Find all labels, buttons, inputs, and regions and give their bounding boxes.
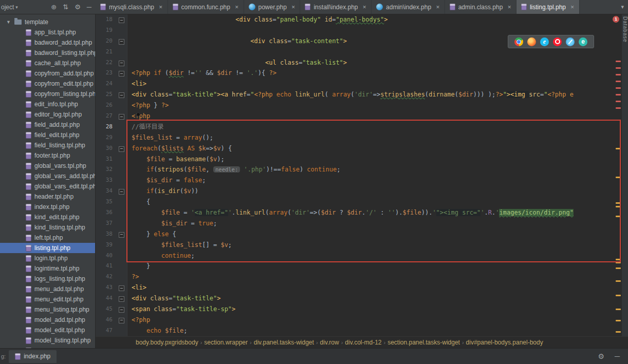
settings-gear-icon[interactable]: ⚙ xyxy=(75,0,81,14)
hide-panel-icon[interactable]: ─ xyxy=(87,0,91,14)
code-line[interactable] xyxy=(127,25,615,36)
tab-close-icon[interactable]: ✕ xyxy=(507,5,511,10)
tree-item[interactable]: global_vars_add.tpl.php xyxy=(0,171,95,181)
tab-close-icon[interactable]: ✕ xyxy=(235,5,239,10)
code-line[interactable]: <?php if ($dir !='' && $dir != '.'){ ?> xyxy=(127,68,615,79)
code-line[interactable]: continue; xyxy=(127,251,615,261)
tree-item[interactable]: model_listing.tpl.php xyxy=(0,335,95,346)
tab-close-icon[interactable]: ✕ xyxy=(291,5,295,10)
code-line[interactable]: //循环目录 xyxy=(127,122,615,132)
breadcrumb-item[interactable]: div.panel.tasks-widget xyxy=(252,339,316,346)
fold-marker[interactable] xyxy=(116,111,127,122)
edge-icon[interactable] xyxy=(579,37,587,46)
tree-item[interactable]: field_add.tpl.php xyxy=(0,120,95,130)
safari-icon[interactable] xyxy=(566,37,575,46)
tree-item[interactable]: global_vars_edit.tpl.php xyxy=(0,181,95,191)
fold-marker[interactable] xyxy=(116,68,127,79)
breadcrumb-item[interactable]: section.panel.tasks-widget xyxy=(385,339,462,346)
fold-marker[interactable] xyxy=(116,143,127,154)
tab-list-dropdown-icon[interactable]: ▾ xyxy=(617,0,628,14)
code-line[interactable]: if(stripos($file, needle: '.php')!==fals… xyxy=(127,164,615,175)
editor-tab[interactable]: power.php✕ xyxy=(244,0,301,14)
code-line[interactable]: echo $file; xyxy=(127,325,615,336)
tree-item[interactable]: menu_add.tpl.php xyxy=(0,284,95,294)
tree-item[interactable]: login.tpl.php xyxy=(0,253,95,263)
tree-item[interactable]: kind_edit.tpl.php xyxy=(0,212,95,222)
code-line[interactable]: <div class="panel-body" id="panel-bodys"… xyxy=(127,14,615,25)
statusbar-gear-icon[interactable]: ⚙ xyxy=(598,352,605,360)
tree-item[interactable]: editor_log.tpl.php xyxy=(0,109,95,120)
editor-tab[interactable]: common.func.php✕ xyxy=(168,0,244,14)
code-line[interactable]: $is_dir = true; xyxy=(127,218,615,229)
tree-item[interactable]: header.tpl.php xyxy=(0,191,95,202)
editor-tab[interactable]: mysqli.class.php✕ xyxy=(96,0,168,14)
fold-marker[interactable] xyxy=(116,58,127,68)
expand-arrow-icon[interactable]: ▼ xyxy=(6,20,11,25)
opera-icon[interactable] xyxy=(553,37,562,46)
tree-item[interactable]: logs_listing.tpl.php xyxy=(0,274,95,284)
code-line[interactable]: <span class="task-title-sp"> xyxy=(127,304,615,315)
tree-item[interactable]: edit_info.tpl.php xyxy=(0,99,95,109)
tree-item[interactable]: global_vars.tpl.php xyxy=(0,161,95,171)
tree-item[interactable]: logintime.tpl.php xyxy=(0,263,95,274)
tree-item[interactable]: badword_listing.tpl.php xyxy=(0,48,95,58)
project-selector[interactable]: oject ▾ xyxy=(1,4,18,11)
breadcrumb-item[interactable]: div.row xyxy=(318,339,341,346)
code-line[interactable]: $is_dir = false; xyxy=(127,175,615,186)
tab-close-icon[interactable]: ✕ xyxy=(363,5,367,10)
code-line[interactable]: $file = basename($v); xyxy=(127,154,615,165)
tree-item[interactable]: left.tpl.php xyxy=(0,233,95,243)
editor-tab[interactable]: install\index.php✕ xyxy=(300,0,372,14)
chrome-icon[interactable] xyxy=(514,37,523,46)
editor-tab[interactable]: admin.class.php✕ xyxy=(445,0,516,14)
ie-icon[interactable] xyxy=(540,37,549,46)
code-line[interactable]: } xyxy=(127,261,615,272)
fold-marker[interactable] xyxy=(116,89,127,100)
code-line[interactable]: $files_list = array(); xyxy=(127,132,615,143)
code-line[interactable]: if(is_dir($v)) xyxy=(127,186,615,197)
tree-item[interactable]: cache_all.tpl.php xyxy=(0,58,95,68)
code-line[interactable]: <?php } ?> xyxy=(127,100,615,111)
tree-item[interactable]: field_listing.tpl.php xyxy=(0,140,95,150)
breadcrumb-item[interactable]: body.body.pxgridsbody xyxy=(134,339,200,346)
statusbar-tab-index-php[interactable]: index.php xyxy=(9,350,57,363)
tree-item[interactable]: listing.tpl.php xyxy=(0,243,95,253)
fold-marker[interactable] xyxy=(116,186,127,197)
filter-icon[interactable]: ⇅ xyxy=(63,0,68,14)
code-line[interactable]: <ul class="task-list"> xyxy=(127,58,615,68)
code-line[interactable]: <?php xyxy=(127,111,615,122)
fold-marker[interactable] xyxy=(116,36,127,47)
fold-marker[interactable] xyxy=(116,229,127,240)
tab-close-icon[interactable]: ✕ xyxy=(570,5,575,10)
tree-item[interactable]: model_add.tpl.php xyxy=(0,315,95,325)
tree-item[interactable]: copyfrom_listing.tpl.php xyxy=(0,89,95,99)
tab-close-icon[interactable]: ✕ xyxy=(159,5,163,10)
tree-item[interactable]: field_edit.tpl.php xyxy=(0,130,95,140)
tree-item[interactable]: copyfrom_edit.tpl.php xyxy=(0,79,95,89)
breadcrumb-item[interactable]: div#panel-bodys.panel-body xyxy=(464,339,545,346)
tree-item[interactable]: copyfrom_add.tpl.php xyxy=(0,68,95,79)
tree-item[interactable]: badword_add.tpl.php xyxy=(0,37,95,48)
tree-item[interactable]: menu_listing.tpl.php xyxy=(0,304,95,315)
code-line[interactable]: ?> xyxy=(127,272,615,282)
database-tool-button[interactable]: Database xyxy=(622,16,628,43)
editor-tab[interactable]: listing.tpl.php✕ xyxy=(516,0,580,14)
tree-item[interactable]: kind_listing.tpl.php xyxy=(0,222,95,233)
code-line[interactable]: $files_list[] = $v; xyxy=(127,240,615,251)
fold-marker[interactable] xyxy=(116,293,127,304)
tab-close-icon[interactable]: ✕ xyxy=(436,5,440,10)
fold-marker[interactable] xyxy=(116,304,127,315)
breadcrumb-item[interactable]: div.col-md-12 xyxy=(343,339,383,346)
error-stripe-scrollbar[interactable] xyxy=(615,14,622,336)
fold-marker[interactable] xyxy=(116,315,127,325)
firefox-icon[interactable] xyxy=(527,37,536,46)
editor-tab[interactable]: admin\index.php✕ xyxy=(372,0,445,14)
code-editor[interactable]: 18 <div class="panel-body" id="panel-bod… xyxy=(96,14,615,336)
navigate-icon[interactable]: ⊕ xyxy=(51,0,57,14)
code-line[interactable]: } else { xyxy=(127,229,615,240)
code-line[interactable]: <li> xyxy=(127,282,615,293)
tree-item[interactable]: index.tpl.php xyxy=(0,202,95,212)
tree-item[interactable]: app_list.tpl.php xyxy=(0,27,95,37)
code-line[interactable]: { xyxy=(127,197,615,207)
code-line[interactable]: <div class="task-title"><a href="<?php e… xyxy=(127,89,615,100)
